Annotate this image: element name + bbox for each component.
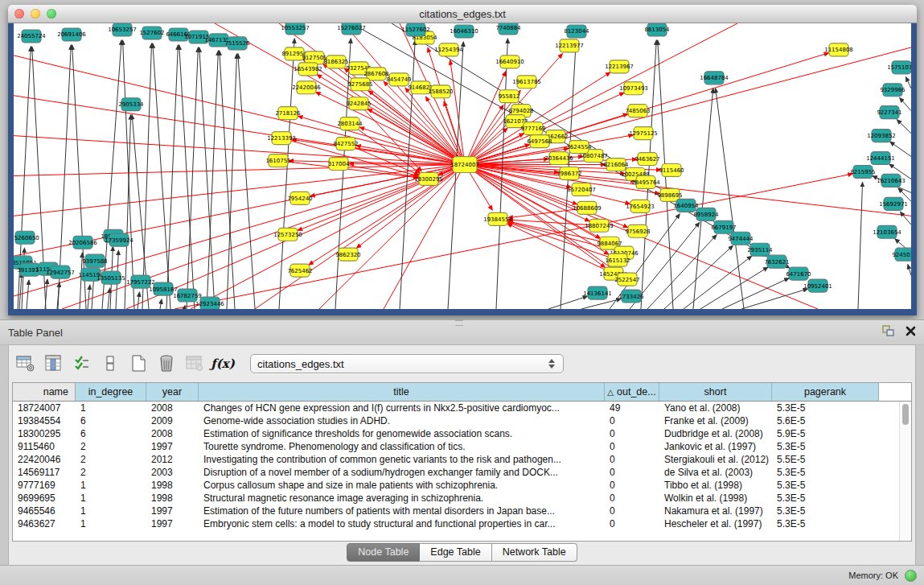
- table-cell[interactable]: 0: [605, 453, 659, 466]
- table-cell[interactable]: 0: [605, 492, 659, 505]
- table-cell[interactable]: 2: [76, 453, 146, 466]
- table-row[interactable]: 1456911722003Disruption of a novel membe…: [13, 466, 900, 479]
- graph-edge-black[interactable]: [108, 288, 110, 309]
- table-cell[interactable]: 9463627: [13, 517, 76, 530]
- table-row[interactable]: 911546021997Tourette syndrome. Phenomeno…: [13, 440, 900, 453]
- column-header-pagerank[interactable]: pagerank: [772, 383, 879, 401]
- table-cell[interactable]: Estimation of the future numbers of pati…: [199, 505, 605, 517]
- graph-edge-black[interactable]: [335, 39, 351, 309]
- function-builder-icon[interactable]: ƒ(x): [212, 353, 233, 374]
- table-cell[interactable]: 0: [605, 479, 659, 492]
- table-cell[interactable]: 9699695: [13, 492, 76, 505]
- table-row[interactable]: 946362711997Embryonic stem cells: a mode…: [13, 517, 900, 530]
- table-row[interactable]: 1872400712008Changes of HCN gene express…: [13, 402, 900, 414]
- table-cell[interactable]: Investigating the contribution of common…: [199, 453, 605, 466]
- table-cell[interactable]: 5.3E-5: [772, 492, 879, 505]
- graph-edge-black[interactable]: [88, 285, 90, 309]
- scrollbar-thumb[interactable]: [902, 404, 909, 425]
- table-row[interactable]: 977716911998Corpus callosum shape and si…: [13, 479, 900, 492]
- table-row[interactable]: 1938455462009Genome-wide association stu…: [13, 414, 900, 427]
- table-cell[interactable]: 18724007: [13, 402, 76, 414]
- graph-edge-black[interactable]: [858, 182, 863, 309]
- rows-icon[interactable]: [100, 353, 121, 374]
- tab-edge-table[interactable]: Edge Table: [420, 543, 491, 562]
- column-edit-icon[interactable]: [43, 353, 64, 374]
- table-cell[interactable]: 5.3E-5: [772, 505, 879, 517]
- graph-edge-red[interactable]: [298, 116, 465, 164]
- graph-edge-black[interactable]: [897, 120, 911, 134]
- graph-edge-black[interactable]: [647, 235, 717, 309]
- table-cell[interactable]: Tourette syndrome. Phenomenology and cla…: [199, 440, 605, 453]
- graph-edge-black[interactable]: [906, 77, 911, 89]
- table-cell[interactable]: 1998: [146, 479, 199, 492]
- table-cell[interactable]: 1997: [146, 517, 199, 530]
- table-cell[interactable]: 5.9E-5: [772, 427, 879, 440]
- table-cell[interactable]: 5.3E-5: [772, 517, 879, 530]
- graph-edge-black[interactable]: [19, 273, 22, 309]
- table-cell[interactable]: 1998: [146, 492, 199, 505]
- table-cell[interactable]: Stergiakouli et al. (2012): [659, 453, 772, 466]
- table-cell[interactable]: Embryonic stem cells: a model to study s…: [199, 517, 605, 530]
- column-header-short[interactable]: short: [659, 383, 772, 401]
- table-cell[interactable]: Yano et al. (2008): [659, 402, 772, 414]
- table-cell[interactable]: 1: [76, 517, 146, 530]
- table-cell[interactable]: 49: [605, 402, 659, 414]
- tab-network-table[interactable]: Network Table: [492, 543, 577, 562]
- table-cell[interactable]: Franke et al. (2009): [659, 414, 772, 427]
- table-cell[interactable]: 0: [605, 505, 659, 517]
- table-cell[interactable]: 2003: [146, 466, 199, 479]
- table-cell[interactable]: 22420046: [13, 453, 76, 466]
- graph-edge-black[interactable]: [693, 89, 713, 309]
- table-cell[interactable]: Estimation of significance thresholds fo…: [199, 427, 605, 440]
- table-cell[interactable]: 9465546: [13, 505, 76, 517]
- table-cell[interactable]: 0: [605, 427, 659, 440]
- panel-resize-handle[interactable]: [455, 319, 463, 326]
- table-row[interactable]: 946554611997Estimation of the future num…: [13, 505, 900, 517]
- table-cell[interactable]: Tibbo et al. (1998): [659, 479, 772, 492]
- float-panel-icon[interactable]: [882, 325, 894, 336]
- table-cell[interactable]: 2008: [146, 427, 199, 440]
- graph-edge-black[interactable]: [238, 54, 255, 309]
- table-cell[interactable]: 2: [76, 466, 146, 479]
- table-cell[interactable]: 6: [76, 414, 146, 427]
- column-header-title[interactable]: title: [199, 383, 605, 401]
- network-graph[interactable]: 1872400718300295193845548912954912750581…: [14, 23, 911, 309]
- graph-edge-black[interactable]: [184, 306, 185, 309]
- table-row[interactable]: 969969511998Structural magnetic resonanc…: [13, 492, 900, 505]
- table-options-icon[interactable]: [15, 353, 36, 374]
- table-cell[interactable]: 1997: [146, 505, 199, 517]
- network-file-select[interactable]: citations_edges.txt: [250, 354, 564, 373]
- graph-edge-black[interactable]: [581, 299, 621, 309]
- network-canvas[interactable]: 1872400718300295193845548912954912750581…: [14, 23, 911, 309]
- column-header-name[interactable]: name: [13, 383, 76, 401]
- graph-edge-black[interactable]: [548, 296, 588, 309]
- table-cell[interactable]: Dudbridge et al. (2008): [659, 427, 772, 440]
- graph-edge-red[interactable]: [14, 96, 465, 165]
- graph-edge-red[interactable]: [14, 136, 465, 165]
- graph-edge-black[interactable]: [160, 299, 162, 309]
- table-cell[interactable]: 5.3E-5: [772, 479, 879, 492]
- table-cell[interactable]: Disruption of a novel member of a sodium…: [199, 466, 605, 479]
- table-cell[interactable]: Structural magnetic resonance image aver…: [199, 492, 605, 505]
- table-cell[interactable]: Corpus callosum shape and size in male p…: [199, 479, 605, 492]
- graph-edge-black[interactable]: [664, 245, 733, 309]
- table-cell[interactable]: 0: [605, 414, 659, 427]
- window-titlebar[interactable]: citations_edges.txt: [8, 5, 917, 23]
- graph-edge-black[interactable]: [227, 54, 236, 309]
- table-cell[interactable]: Jankovic et al. (1997): [659, 440, 772, 453]
- new-table-icon[interactable]: [128, 353, 149, 374]
- graph-edge-black[interactable]: [900, 212, 911, 225]
- table-cell[interactable]: de Silva et al. (2003): [659, 466, 772, 479]
- table-cell[interactable]: 5.3E-5: [772, 402, 879, 414]
- table-cell[interactable]: Changes of HCN gene expression and I(f) …: [199, 402, 605, 414]
- column-header-in-degree[interactable]: in_degree: [76, 383, 146, 401]
- table-cell[interactable]: Genome-wide association studies in ADHD.: [199, 414, 605, 427]
- table-cell[interactable]: 5.3E-5: [772, 440, 879, 453]
- row-select-icon[interactable]: [72, 353, 92, 374]
- column-header-out-de-[interactable]: △out_de...: [605, 383, 659, 401]
- table-cell[interactable]: 18300295: [13, 427, 76, 440]
- table-cell[interactable]: 0: [605, 517, 659, 530]
- table-cell[interactable]: 1997: [146, 440, 199, 453]
- table-cell[interactable]: 19384554: [13, 414, 76, 427]
- table-cell[interactable]: Hescheler et al. (1997): [659, 517, 772, 530]
